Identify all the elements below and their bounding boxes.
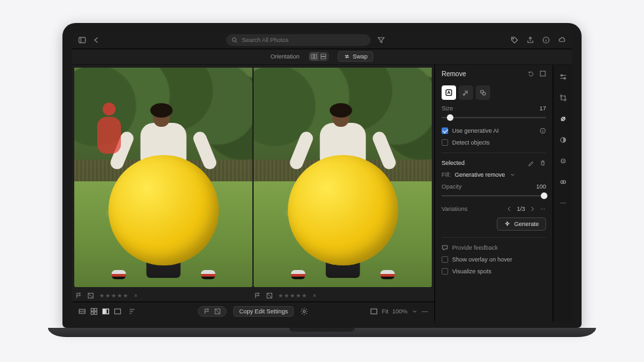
crop-icon[interactable] [557,91,570,104]
filmstrip-icon[interactable] [78,307,86,315]
orientation-segmented[interactable] [309,52,329,61]
info-icon[interactable] [540,127,546,134]
selected-label: Selected [442,160,465,166]
tag-icon[interactable] [511,36,518,44]
redeye-icon[interactable] [557,154,570,168]
more-icon[interactable] [540,206,546,212]
before-photo[interactable] [74,68,252,287]
swap-icon [344,53,350,60]
share-icon[interactable] [526,36,534,44]
svg-point-38 [542,208,543,209]
view-mode-group [78,307,122,315]
edit-icon[interactable] [528,160,534,166]
orientation-label: Orientation [271,53,300,60]
selected-header: Selected [442,160,546,166]
info-icon[interactable] [542,36,550,44]
right-toolstrip [553,65,572,321]
orientation-stacked[interactable] [319,53,328,60]
opacity-slider[interactable] [442,191,546,200]
provide-feedback-link[interactable]: Provide feedback [442,244,546,251]
laptop-base [48,328,596,337]
svg-point-36 [543,129,543,129]
zoom-group: Fit 100% — [370,307,428,315]
fill-dropdown[interactable]: Fill: Generative remove [442,171,546,178]
mask-icon[interactable] [557,133,570,147]
visualize-spots-checkbox[interactable]: Visualize spots [442,268,546,275]
variations-label: Variations [442,206,467,212]
healing-icon[interactable] [557,112,570,125]
filter-icon[interactable] [377,36,385,44]
edit-sliders-icon[interactable] [557,70,570,83]
svg-point-27 [303,310,305,312]
fit-icon[interactable] [370,307,378,315]
chevron-right-icon[interactable] [529,206,536,212]
use-generative-ai-checkbox[interactable]: Use generative AI [442,127,499,134]
panel-title: Remove [442,70,466,78]
svg-point-49 [563,180,566,183]
remove-tool[interactable] [442,85,456,100]
opacity-value: 100 [536,183,546,190]
display-notch [292,23,352,32]
compare-view-icon[interactable] [102,307,110,315]
fit-label[interactable]: Fit [382,308,388,315]
size-label: Size [442,105,453,112]
presets-icon[interactable] [557,175,570,189]
zoom-value[interactable]: 100% [392,308,407,315]
flag-icon [204,308,210,315]
reset-icon[interactable] [528,70,534,77]
svg-rect-29 [540,71,545,76]
remove-panel: Remove [434,65,553,321]
sort-icon[interactable] [128,307,136,315]
star-rating[interactable]: ★★★★★ [278,292,308,299]
detect-objects-checkbox[interactable]: Detect objects [442,139,546,146]
size-slider[interactable] [442,113,546,122]
gear-icon[interactable] [300,307,308,315]
sidebar-toggle-icon[interactable] [78,36,86,44]
chat-icon [442,244,448,251]
copy-edit-settings-button[interactable]: Copy Edit Settings [233,306,294,317]
yellow-ball [108,155,218,265]
search-input[interactable]: Search All Photos [226,34,371,46]
orientation-side-by-side[interactable] [310,53,319,60]
camera-dot [320,26,324,30]
single-view-icon[interactable] [114,307,122,315]
search-icon [231,37,238,43]
svg-point-51 [563,202,564,204]
show-overlay-checkbox[interactable]: Show overlay on hover [442,256,546,263]
reject-icon[interactable] [266,292,273,299]
flag-icon[interactable] [254,292,261,299]
generate-button[interactable]: Generate [497,217,546,231]
flag-filter-pill[interactable] [198,306,227,317]
laptop-mockup: Search All Photos [62,23,582,340]
close-icon[interactable]: × [134,292,137,299]
photo-footer: ★★★★★ × ★★★★★ × [72,290,434,302]
back-arrow-icon[interactable] [93,36,101,44]
more-tools-icon[interactable] [557,196,570,210]
swap-button[interactable]: Swap [338,51,374,62]
svg-point-39 [544,208,545,209]
panel-menu-icon[interactable] [540,70,546,77]
heal-tool[interactable] [459,85,473,100]
svg-rect-19 [95,309,97,311]
app-window: Search All Photos [72,32,572,321]
close-icon[interactable]: × [313,292,316,299]
main-area: ★★★★★ × ★★★★★ × [72,65,572,321]
trash-icon[interactable] [540,160,546,166]
svg-point-52 [564,202,566,204]
sparkle-icon [504,221,511,227]
svg-rect-21 [95,312,97,315]
after-photo[interactable] [254,68,432,287]
grid-view-icon[interactable] [90,307,98,315]
chevron-down-icon[interactable] [411,308,418,315]
svg-rect-0 [79,37,85,43]
cloud-sync-icon[interactable] [558,36,566,44]
svg-point-37 [541,208,541,209]
chevron-left-icon[interactable] [506,206,513,212]
clone-tool[interactable] [476,85,490,100]
reject-icon[interactable] [87,292,94,299]
flag-icon[interactable] [76,292,82,299]
size-value: 17 [540,105,546,112]
star-rating[interactable]: ★★★★★ [99,292,129,299]
yellow-ball [287,155,398,265]
removal-mask-overlay [96,102,122,155]
